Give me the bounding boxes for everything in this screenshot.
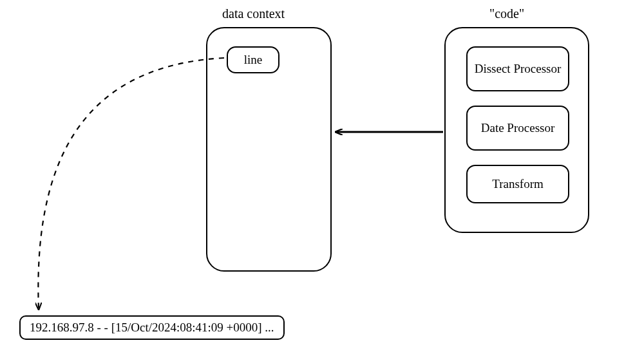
processor-label: Date Processor: [481, 121, 555, 136]
processor-label: Dissect Processor: [475, 62, 562, 77]
processor-box-date: Date Processor: [466, 106, 569, 151]
data-context-box: line: [206, 27, 332, 272]
arrow-line-to-log: [38, 58, 224, 309]
processor-box-dissect: Dissect Processor: [466, 46, 569, 91]
log-line-box: 192.168.97.8 - - [15/Oct/2024:08:41:09 +…: [19, 315, 285, 340]
code-box: Dissect Processor Date Processor Transfo…: [444, 27, 589, 233]
code-label: "code": [489, 6, 524, 21]
line-field-box: line: [227, 46, 279, 73]
processor-box-transform: Transform: [466, 165, 569, 203]
log-line-text: 192.168.97.8 - - [15/Oct/2024:08:41:09 +…: [30, 321, 274, 334]
line-field-label: line: [244, 53, 263, 68]
processor-label: Transform: [492, 177, 544, 192]
data-context-label: data context: [222, 6, 285, 21]
